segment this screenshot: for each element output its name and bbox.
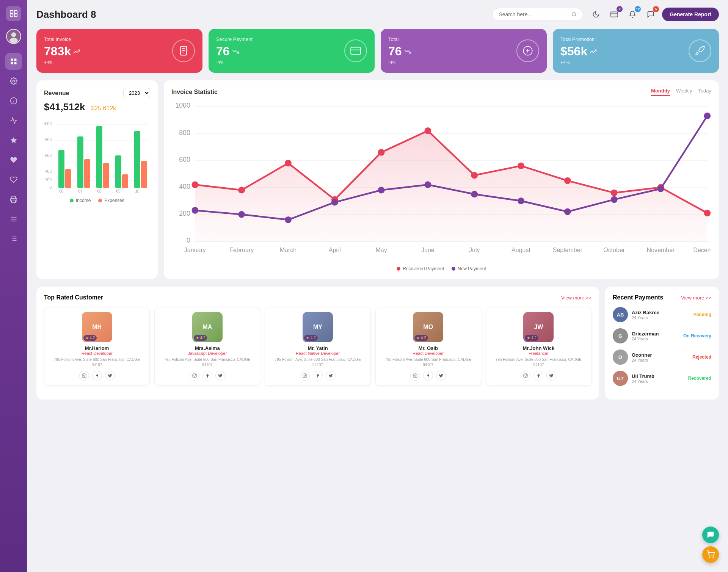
instagram-icon[interactable] [410,371,420,381]
svg-text:August: August [511,247,530,253]
instagram-icon[interactable] [190,371,199,381]
facebook-icon[interactable] [202,371,212,381]
customers-view-more[interactable]: View more >> [561,295,592,301]
svg-text:600: 600 [179,156,190,163]
payments-view-more[interactable]: View more >> [681,295,711,301]
stat-value-2: 76 [388,44,516,58]
rating-badge: ★ 4.2 [194,335,207,341]
svg-point-125 [414,375,416,376]
year-select[interactable]: 2023 [123,88,150,98]
generate-report-button[interactable]: Generate Report [662,8,719,21]
customer-role: React Developer [380,351,476,356]
facebook-icon[interactable] [92,371,102,381]
payment-initials: AB [613,307,628,322]
svg-point-95 [378,187,385,194]
svg-rect-9 [11,62,13,64]
payment-item: AB Aziz Bakree 24 Years Pending [613,307,711,322]
svg-text:September: September [553,247,583,253]
wallet-button[interactable]: 2 [607,8,621,21]
twitter-icon[interactable] [436,371,446,381]
bar-chart: 1000 800 600 400 200 0 [44,118,150,195]
stat-value-3: $56k [560,44,689,58]
sidebar-item-print[interactable] [5,191,22,208]
stat-icon-3 [689,39,711,62]
stat-card-total-invoice: Total invoice 783k +4% [36,29,202,73]
svg-text:400: 400 [45,169,52,174]
payment-status: Recovered [688,376,711,381]
instagram-icon[interactable] [79,371,89,381]
svg-point-83 [378,149,385,156]
svg-text:800: 800 [45,138,52,142]
twitter-icon[interactable] [546,371,556,381]
twitter-icon[interactable] [105,371,115,381]
svg-text:January: January [184,247,206,253]
payment-name: Griezerman [632,331,679,337]
svg-text:800: 800 [179,129,190,136]
avatar[interactable] [6,29,21,44]
sidebar-logo[interactable] [6,6,21,21]
sidebar-item-heart2[interactable] [5,171,22,188]
cart-icon [706,550,715,559]
card-icon [350,45,361,56]
sidebar-item-list[interactable] [5,230,22,247]
instagram-icon[interactable] [521,371,530,381]
svg-text:07: 07 [78,189,83,193]
sidebar-item-analytics[interactable] [5,112,22,129]
messages-button[interactable]: 5 [644,8,657,21]
payment-avatar: G [613,328,628,343]
new-payment-dot [452,267,455,271]
svg-point-80 [238,187,245,194]
customer-avatar: MH ★ 4.2 [82,312,112,342]
facebook-icon[interactable] [423,371,433,381]
twitter-icon[interactable] [215,371,225,381]
payment-age: 24 Years [632,358,689,362]
recovered-legend: Recovered Payment [397,266,444,271]
search-input[interactable] [499,11,568,17]
page-title: Dashboard 8 [36,9,486,20]
payment-age: 24 Years [632,315,690,320]
payment-initials: O [613,349,628,365]
tab-monthly[interactable]: Monthly [651,88,670,96]
money-icon [522,45,533,56]
svg-point-5 [11,32,16,37]
tab-weekly[interactable]: Weekly [676,88,692,96]
svg-rect-118 [193,374,196,378]
facebook-icon[interactable] [313,371,323,381]
svg-rect-0 [10,11,13,13]
svg-point-96 [425,181,431,188]
rocket-icon [695,45,705,56]
bar-chart-legend: Income Expenses [44,198,150,203]
revenue-chart-card: Revenue 2023 $41,512k $25,612k 1000 800 … [36,80,158,279]
sidebar-item-dashboard[interactable] [5,53,22,70]
tab-today[interactable]: Today [698,88,711,96]
dark-mode-toggle[interactable] [589,8,603,21]
cart-fab[interactable] [702,546,719,563]
svg-text:December: December [693,247,711,253]
payment-age: 24 Years [632,337,679,341]
svg-rect-124 [413,374,417,378]
sidebar-item-settings[interactable] [5,73,22,89]
svg-marker-15 [11,137,17,143]
svg-rect-60 [141,161,147,188]
stat-icon-0 [172,39,195,62]
customer-address: 795 Folsom Ave, Suite 600 San Francisco,… [159,357,255,368]
support-fab[interactable] [702,527,719,543]
facebook-icon[interactable] [533,371,543,381]
svg-point-81 [285,160,292,166]
sidebar-item-heart[interactable] [5,152,22,168]
svg-rect-58 [122,174,128,188]
invoice-statistic-card: Invoice Statistic Monthly Weekly Today 1… [164,80,719,279]
sidebar-item-star[interactable] [5,132,22,149]
notifications-button[interactable]: 12 [626,8,639,21]
twitter-icon[interactable] [326,371,336,381]
sidebar-item-info[interactable] [5,92,22,109]
customer-address: 795 Folsom Ave, Suite 600 San Francisco,… [491,357,587,368]
stat-trend-1: -4% [216,60,344,65]
customer-socials [380,371,476,381]
instagram-icon[interactable] [300,371,310,381]
sidebar-item-menu[interactable] [5,211,22,227]
svg-text:July: July [469,247,480,253]
search-bar[interactable] [492,8,583,21]
stat-value-1: 76 [216,44,344,58]
svg-text:0: 0 [49,185,52,190]
